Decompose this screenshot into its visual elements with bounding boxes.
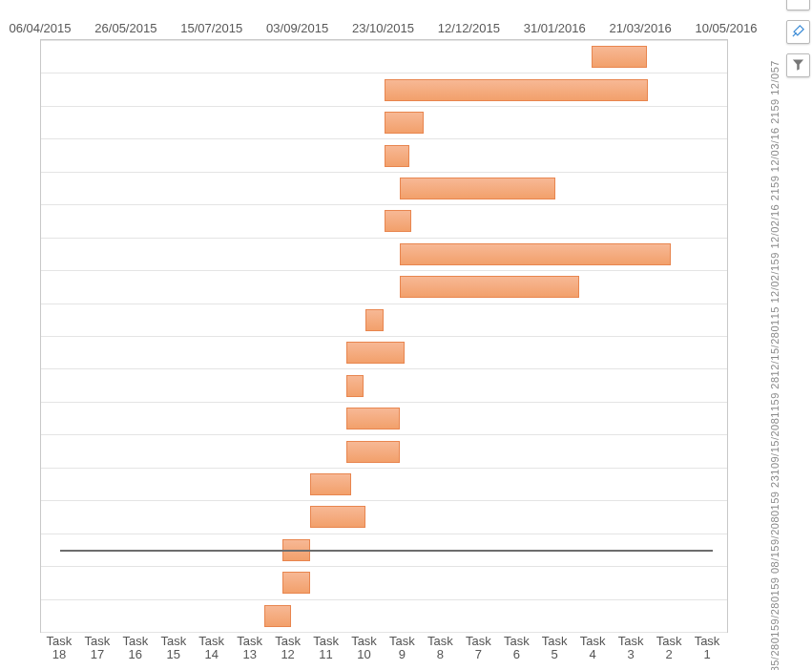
gantt-bar[interactable] <box>346 408 400 429</box>
row-gridline <box>41 336 727 337</box>
row-gridline <box>41 632 727 633</box>
task-axis-label: Task6 <box>497 635 535 661</box>
x-tick-label: 10/05/2016 <box>683 21 769 35</box>
x-tick-label: 03/09/2015 <box>255 21 341 35</box>
gantt-bar[interactable] <box>400 243 671 265</box>
task-axis-label: Task7 <box>459 635 497 661</box>
task-axis-label: Task18 <box>40 635 78 661</box>
row-gridline <box>41 270 727 271</box>
unknown-tool-button[interactable] <box>786 0 810 10</box>
x-tick-label: 21/03/2016 <box>597 21 683 35</box>
row-gridline <box>41 106 727 107</box>
row-gridline <box>41 40 727 41</box>
task-axis-label: Task13 <box>231 635 269 661</box>
gantt-bar[interactable] <box>385 79 649 101</box>
gantt-bar[interactable] <box>310 506 365 528</box>
gantt-bar[interactable] <box>264 605 292 627</box>
task-axis-label: Task16 <box>116 635 155 661</box>
gantt-bar[interactable] <box>385 112 424 134</box>
task-axis-label: Task9 <box>384 635 422 661</box>
row-gridline <box>41 500 727 501</box>
x-tick-label: 06/04/2015 <box>0 21 83 35</box>
row-gridline <box>41 599 727 600</box>
row-gridline <box>41 238 727 239</box>
row-gridline <box>41 468 727 469</box>
filter-button[interactable] <box>786 53 810 77</box>
row-gridline <box>41 172 727 173</box>
task-axis-label: Task4 <box>573 635 612 661</box>
gantt-bar[interactable] <box>310 473 351 495</box>
task-axis-label: Task2 <box>650 635 688 661</box>
gantt-bar[interactable] <box>400 178 556 199</box>
funnel-icon <box>791 57 805 74</box>
gantt-bar[interactable] <box>346 441 400 463</box>
gantt-bar[interactable] <box>346 375 364 397</box>
x-tick-label: 26/05/2015 <box>83 21 169 35</box>
task-axis-label: Task1 <box>688 635 726 661</box>
chart-frame: 06/04/201526/05/201515/07/201503/09/2015… <box>0 0 812 670</box>
gantt-bar[interactable] <box>400 276 580 298</box>
task-axis-label: Task8 <box>421 635 459 661</box>
paintbrush-icon <box>791 24 805 41</box>
task-axis-label: Task11 <box>307 635 345 661</box>
gantt-bar[interactable] <box>592 46 647 68</box>
midline <box>60 550 713 552</box>
task-axis-label: Task3 <box>612 635 650 661</box>
row-gridline <box>41 566 727 567</box>
gantt-bar[interactable] <box>282 572 310 594</box>
row-gridline <box>41 304 727 304</box>
task-axis-label: Task17 <box>78 635 116 661</box>
row-gridline <box>41 73 727 73</box>
row-gridline <box>41 204 727 205</box>
plot-area <box>40 39 728 633</box>
x-tick-label: 12/12/2015 <box>426 21 511 35</box>
row-gridline <box>41 434 727 435</box>
gantt-bar[interactable] <box>346 342 405 364</box>
task-axis-label: Task10 <box>345 635 384 661</box>
task-axis-label: Task14 <box>193 635 231 661</box>
task-axis-label: Task15 <box>155 635 193 661</box>
row-gridline <box>41 402 727 403</box>
gantt-bar[interactable] <box>385 145 410 167</box>
gantt-bar[interactable] <box>385 210 412 232</box>
x-tick-label: 23/10/2015 <box>341 21 427 35</box>
right-vertical-label: 14/08/28085/280159/280159 08/159/2080159… <box>767 61 781 670</box>
x-tick-label: 15/07/2015 <box>169 21 255 35</box>
row-gridline <box>41 534 727 534</box>
paintbrush-button[interactable] <box>786 20 810 44</box>
x-tick-label: 31/01/2016 <box>511 21 597 35</box>
task-axis-label: Task12 <box>269 635 307 661</box>
row-gridline <box>41 138 727 139</box>
row-gridline <box>41 368 727 369</box>
gantt-bar[interactable] <box>365 309 385 331</box>
task-axis-label: Task5 <box>535 635 573 661</box>
